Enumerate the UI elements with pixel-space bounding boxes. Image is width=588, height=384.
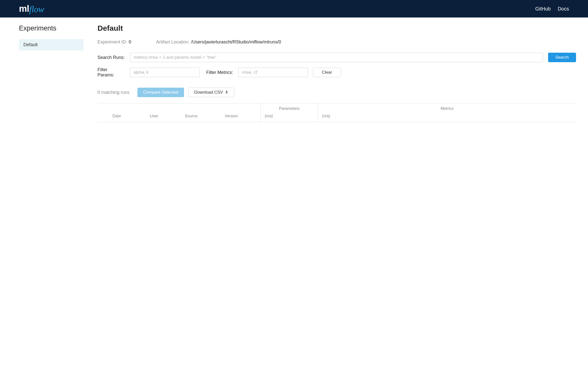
- search-button[interactable]: Search: [548, 53, 576, 62]
- col-metrics-na: (n/a): [318, 112, 576, 122]
- experiment-id-value: 0: [129, 39, 131, 45]
- runs-table: Parameters Metrics Date User Source Vers…: [98, 103, 576, 122]
- filter-metrics-input[interactable]: [238, 68, 308, 77]
- filter-params-label: Filter Params:: [98, 67, 125, 78]
- download-csv-label: Download CSV: [194, 90, 223, 95]
- download-icon: [225, 90, 228, 95]
- nav-docs-link[interactable]: Docs: [558, 6, 569, 12]
- layout: Experiments Default Default Experiment I…: [0, 17, 588, 122]
- artifact-location-value: /Users/javierluraschi/RStudio/mlflow/mlr…: [191, 39, 281, 45]
- table-header-row: Date User Source Version (n/a) (n/a): [98, 112, 576, 122]
- filter-metrics-label: Filter Metrics:: [206, 70, 233, 75]
- sidebar-item-label: Default: [23, 42, 38, 47]
- search-runs-label: Search Runs:: [98, 55, 125, 60]
- experiment-id-label: Experiment ID:: [98, 39, 127, 45]
- nav-github-link[interactable]: GitHub: [535, 6, 551, 12]
- artifact-location: Artifact Location: /Users/javierluraschi…: [156, 39, 281, 45]
- clear-button[interactable]: Clear: [313, 68, 341, 77]
- page-title: Default: [98, 24, 576, 32]
- download-csv-button[interactable]: Download CSV: [189, 88, 234, 97]
- col-user: User: [146, 112, 181, 122]
- experiment-info: Experiment ID: 0 Artifact Location: /Use…: [98, 39, 576, 45]
- col-source: Source: [181, 112, 221, 122]
- col-date: Date: [108, 112, 146, 122]
- col-group-metrics: Metrics: [318, 103, 576, 113]
- compare-selected-button[interactable]: Compare Selected: [137, 88, 184, 97]
- filter-row: Filter Params: Filter Metrics: Clear: [98, 67, 576, 78]
- matching-runs-text: 0 matching runs: [98, 90, 129, 95]
- logo: mlflow: [19, 3, 44, 14]
- sidebar-item-default[interactable]: Default: [19, 39, 84, 50]
- col-version: Version: [221, 112, 261, 122]
- search-runs-input[interactable]: [130, 53, 543, 62]
- sidebar-title: Experiments: [19, 24, 84, 32]
- col-group-parameters: Parameters: [261, 103, 318, 113]
- table-group-row: Parameters Metrics: [98, 103, 576, 113]
- col-params-na: (n/a): [261, 112, 318, 122]
- actions-row: 0 matching runs Compare Selected Downloa…: [98, 88, 576, 97]
- logo-ml: ml: [19, 3, 29, 14]
- search-row: Search Runs: Search: [98, 53, 576, 62]
- experiment-id: Experiment ID: 0: [98, 39, 131, 45]
- filter-params-input[interactable]: [130, 68, 200, 77]
- app-header: mlflow GitHub Docs: [0, 0, 588, 17]
- sidebar: Experiments Default: [0, 17, 84, 122]
- logo-flow: flow: [29, 4, 44, 14]
- nav-links: GitHub Docs: [535, 6, 569, 12]
- artifact-location-label: Artifact Location:: [156, 39, 190, 45]
- main-content: Default Experiment ID: 0 Artifact Locati…: [84, 17, 588, 122]
